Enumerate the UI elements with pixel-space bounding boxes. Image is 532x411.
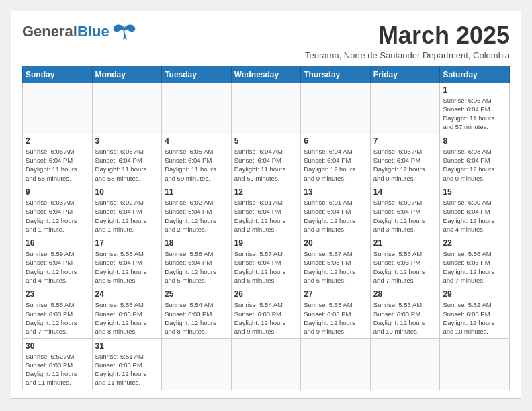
day-info: Sunrise: 5:54 AMSunset: 6:03 PMDaylight:… bbox=[234, 300, 298, 336]
day-number: 3 bbox=[95, 136, 159, 146]
day-info: Sunrise: 5:56 AMSunset: 6:03 PMDaylight:… bbox=[373, 249, 437, 285]
calendar-cell: 13Sunrise: 6:01 AMSunset: 6:04 PMDayligh… bbox=[301, 185, 371, 236]
day-info: Sunrise: 6:02 AMSunset: 6:04 PMDaylight:… bbox=[95, 198, 159, 234]
calendar-cell: 5Sunrise: 6:04 AMSunset: 6:04 PMDaylight… bbox=[231, 134, 301, 185]
day-number: 1 bbox=[443, 85, 506, 95]
logo-bird-icon bbox=[112, 22, 136, 41]
calendar-cell bbox=[370, 338, 440, 390]
calendar-week-3: 16Sunrise: 5:59 AMSunset: 6:04 PMDayligh… bbox=[23, 236, 510, 287]
calendar-cell: 6Sunrise: 6:04 AMSunset: 6:04 PMDaylight… bbox=[301, 134, 371, 185]
calendar-cell: 28Sunrise: 5:53 AMSunset: 6:03 PMDayligh… bbox=[370, 287, 440, 338]
day-info: Sunrise: 5:59 AMSunset: 6:04 PMDaylight:… bbox=[26, 249, 89, 285]
day-number: 28 bbox=[373, 289, 437, 299]
calendar-cell bbox=[23, 83, 93, 134]
day-info: Sunrise: 5:58 AMSunset: 6:04 PMDaylight:… bbox=[165, 249, 228, 285]
calendar-cell bbox=[162, 83, 232, 134]
day-info: Sunrise: 6:01 AMSunset: 6:04 PMDaylight:… bbox=[304, 198, 367, 234]
day-info: Sunrise: 5:56 AMSunset: 6:03 PMDaylight:… bbox=[443, 249, 506, 285]
calendar-cell bbox=[231, 83, 301, 134]
calendar-cell bbox=[231, 338, 301, 390]
calendar-cell: 10Sunrise: 6:02 AMSunset: 6:04 PMDayligh… bbox=[92, 185, 162, 236]
day-number: 19 bbox=[234, 238, 298, 248]
day-number: 15 bbox=[443, 187, 506, 197]
calendar-week-2: 9Sunrise: 6:03 AMSunset: 6:04 PMDaylight… bbox=[23, 185, 510, 236]
day-info: Sunrise: 6:06 AMSunset: 6:04 PMDaylight:… bbox=[26, 147, 89, 183]
day-number: 20 bbox=[304, 238, 367, 248]
calendar-cell: 8Sunrise: 6:03 AMSunset: 6:04 PMDaylight… bbox=[440, 134, 510, 185]
calendar-cell: 1Sunrise: 6:06 AMSunset: 6:04 PMDaylight… bbox=[440, 83, 510, 134]
calendar-cell bbox=[162, 338, 232, 390]
day-number: 17 bbox=[95, 238, 159, 248]
day-info: Sunrise: 6:04 AMSunset: 6:04 PMDaylight:… bbox=[234, 147, 298, 183]
day-number: 24 bbox=[95, 289, 159, 299]
calendar-cell: 2Sunrise: 6:06 AMSunset: 6:04 PMDaylight… bbox=[23, 134, 93, 185]
calendar-cell: 25Sunrise: 5:54 AMSunset: 6:03 PMDayligh… bbox=[162, 287, 232, 338]
calendar-cell: 21Sunrise: 5:56 AMSunset: 6:03 PMDayligh… bbox=[370, 236, 440, 287]
day-info: Sunrise: 5:58 AMSunset: 6:04 PMDaylight:… bbox=[95, 249, 159, 285]
day-info: Sunrise: 6:01 AMSunset: 6:04 PMDaylight:… bbox=[234, 198, 298, 234]
calendar-cell: 3Sunrise: 6:05 AMSunset: 6:04 PMDaylight… bbox=[92, 134, 162, 185]
day-info: Sunrise: 5:51 AMSunset: 6:03 PMDaylight:… bbox=[95, 352, 159, 387]
day-info: Sunrise: 5:53 AMSunset: 6:03 PMDaylight:… bbox=[373, 300, 437, 336]
day-info: Sunrise: 6:00 AMSunset: 6:04 PMDaylight:… bbox=[373, 198, 437, 234]
calendar-week-0: 1Sunrise: 6:06 AMSunset: 6:04 PMDaylight… bbox=[23, 83, 510, 134]
title-block: March 2025 Teorama, Norte de Santander D… bbox=[305, 22, 510, 60]
day-number: 8 bbox=[443, 136, 506, 146]
calendar-cell: 22Sunrise: 5:56 AMSunset: 6:03 PMDayligh… bbox=[440, 236, 510, 287]
calendar-cell bbox=[370, 83, 440, 134]
calendar-cell: 24Sunrise: 5:55 AMSunset: 6:03 PMDayligh… bbox=[92, 287, 162, 338]
day-number: 10 bbox=[95, 187, 159, 197]
day-number: 26 bbox=[234, 289, 298, 299]
day-number: 2 bbox=[26, 136, 89, 146]
page: GeneralBlue March 2025 Teorama, Norte de… bbox=[11, 11, 521, 399]
calendar-cell: 29Sunrise: 5:52 AMSunset: 6:03 PMDayligh… bbox=[440, 287, 510, 338]
day-info: Sunrise: 6:03 AMSunset: 6:04 PMDaylight:… bbox=[26, 198, 89, 234]
day-number: 6 bbox=[304, 136, 367, 146]
day-info: Sunrise: 5:52 AMSunset: 6:03 PMDaylight:… bbox=[26, 352, 89, 387]
day-number: 16 bbox=[26, 238, 89, 248]
subtitle: Teorama, Norte de Santander Department, … bbox=[305, 50, 510, 60]
day-info: Sunrise: 5:54 AMSunset: 6:03 PMDaylight:… bbox=[165, 300, 228, 336]
calendar-cell: 17Sunrise: 5:58 AMSunset: 6:04 PMDayligh… bbox=[92, 236, 162, 287]
day-info: Sunrise: 5:55 AMSunset: 6:03 PMDaylight:… bbox=[95, 300, 159, 336]
calendar-week-4: 23Sunrise: 5:55 AMSunset: 6:03 PMDayligh… bbox=[23, 287, 510, 338]
calendar-cell: 14Sunrise: 6:00 AMSunset: 6:04 PMDayligh… bbox=[370, 185, 440, 236]
day-info: Sunrise: 5:57 AMSunset: 6:03 PMDaylight:… bbox=[304, 249, 367, 285]
calendar-cell: 11Sunrise: 6:02 AMSunset: 6:04 PMDayligh… bbox=[162, 185, 232, 236]
day-info: Sunrise: 6:05 AMSunset: 6:04 PMDaylight:… bbox=[165, 147, 228, 183]
calendar-cell bbox=[440, 338, 510, 390]
col-thursday: Thursday bbox=[301, 66, 371, 83]
calendar-cell: 9Sunrise: 6:03 AMSunset: 6:04 PMDaylight… bbox=[23, 185, 93, 236]
calendar-cell: 16Sunrise: 5:59 AMSunset: 6:04 PMDayligh… bbox=[23, 236, 93, 287]
calendar-cell: 18Sunrise: 5:58 AMSunset: 6:04 PMDayligh… bbox=[162, 236, 232, 287]
day-number: 21 bbox=[373, 238, 437, 248]
day-info: Sunrise: 6:00 AMSunset: 6:04 PMDaylight:… bbox=[443, 198, 506, 234]
logo-text: GeneralBlue bbox=[22, 24, 109, 39]
day-info: Sunrise: 6:03 AMSunset: 6:04 PMDaylight:… bbox=[373, 147, 437, 183]
day-number: 29 bbox=[443, 289, 506, 299]
calendar-cell: 20Sunrise: 5:57 AMSunset: 6:03 PMDayligh… bbox=[301, 236, 371, 287]
col-friday: Friday bbox=[370, 66, 440, 83]
day-number: 25 bbox=[165, 289, 228, 299]
calendar-header-row: Sunday Monday Tuesday Wednesday Thursday… bbox=[23, 66, 510, 83]
calendar-cell bbox=[92, 83, 162, 134]
header: GeneralBlue March 2025 Teorama, Norte de… bbox=[22, 22, 510, 60]
day-info: Sunrise: 6:06 AMSunset: 6:04 PMDaylight:… bbox=[443, 96, 506, 132]
day-info: Sunrise: 6:04 AMSunset: 6:04 PMDaylight:… bbox=[304, 147, 367, 183]
calendar-cell: 30Sunrise: 5:52 AMSunset: 6:03 PMDayligh… bbox=[23, 338, 93, 390]
day-number: 12 bbox=[234, 187, 298, 197]
calendar-cell: 31Sunrise: 5:51 AMSunset: 6:03 PMDayligh… bbox=[92, 338, 162, 390]
calendar-week-1: 2Sunrise: 6:06 AMSunset: 6:04 PMDaylight… bbox=[23, 134, 510, 185]
day-info: Sunrise: 5:57 AMSunset: 6:04 PMDaylight:… bbox=[234, 249, 298, 285]
col-monday: Monday bbox=[92, 66, 162, 83]
day-number: 27 bbox=[304, 289, 367, 299]
calendar-cell bbox=[301, 338, 371, 390]
day-number: 11 bbox=[165, 187, 228, 197]
calendar-cell bbox=[301, 83, 371, 134]
col-saturday: Saturday bbox=[440, 66, 510, 83]
day-info: Sunrise: 5:52 AMSunset: 6:03 PMDaylight:… bbox=[443, 300, 506, 336]
calendar-cell: 15Sunrise: 6:00 AMSunset: 6:04 PMDayligh… bbox=[440, 185, 510, 236]
day-number: 14 bbox=[373, 187, 437, 197]
day-info: Sunrise: 5:55 AMSunset: 6:03 PMDaylight:… bbox=[26, 300, 89, 336]
day-number: 9 bbox=[26, 187, 89, 197]
